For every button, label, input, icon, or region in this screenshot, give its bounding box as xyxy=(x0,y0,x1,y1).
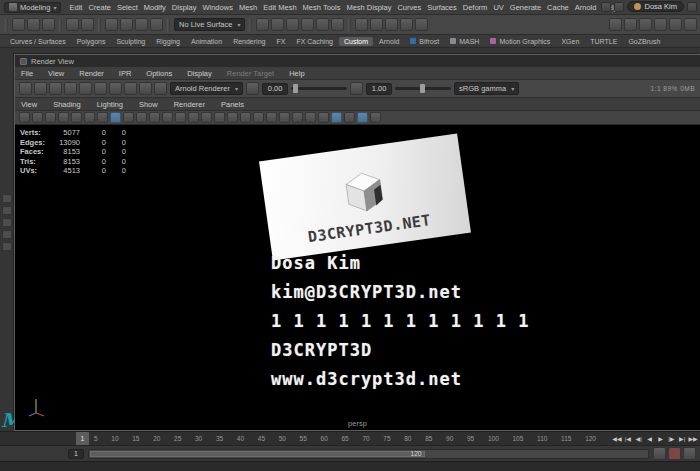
2d-pan-zoom-icon[interactable] xyxy=(84,112,95,123)
gamma-icon[interactable] xyxy=(350,82,363,95)
shelf-tab[interactable]: Arnold xyxy=(374,37,404,46)
resolution-gate-icon[interactable] xyxy=(136,112,147,123)
remove-image-icon[interactable] xyxy=(49,82,62,95)
render-settings-icon[interactable] xyxy=(154,82,167,95)
status-line-separator[interactable] xyxy=(5,18,8,32)
menu-item[interactable]: Create xyxy=(88,3,111,12)
menu-item[interactable]: Modify xyxy=(144,3,166,12)
panel-menu-item[interactable]: Shading xyxy=(53,100,81,109)
grid-icon[interactable] xyxy=(110,112,121,123)
ambient-occlusion-icon[interactable] xyxy=(253,112,264,123)
workspace-icon[interactable] xyxy=(601,2,611,12)
panel-menu-item[interactable]: Renderer xyxy=(174,100,205,109)
select-by-component-icon[interactable] xyxy=(135,18,148,31)
save-scene-icon[interactable] xyxy=(42,18,55,31)
render-view-menu-item[interactable]: Options xyxy=(146,69,172,78)
open-render-view-icon[interactable] xyxy=(370,18,383,31)
snapshot-icon[interactable] xyxy=(94,82,107,95)
step-back-key-button[interactable]: |◀ xyxy=(623,435,633,442)
default-material-icon[interactable] xyxy=(344,112,355,123)
step-forward-frame-button[interactable]: |▶ xyxy=(666,435,676,442)
snap-to-view-plane-icon[interactable] xyxy=(316,18,329,31)
render-view-menu-item[interactable]: View xyxy=(48,69,64,78)
render-settings-icon[interactable] xyxy=(415,18,428,31)
menu-item[interactable]: Edit Mesh xyxy=(263,3,296,12)
safe-title-icon[interactable] xyxy=(188,112,199,123)
play-backwards-button[interactable]: ◀ xyxy=(645,435,655,442)
snap-to-point-icon[interactable] xyxy=(286,18,299,31)
image-plane-icon[interactable] xyxy=(71,112,82,123)
render-view-menu-item[interactable]: Display xyxy=(187,69,212,78)
ipr-render-icon[interactable] xyxy=(400,18,413,31)
safe-action-icon[interactable] xyxy=(175,112,186,123)
make-object-live-icon[interactable] xyxy=(331,18,344,31)
menu-item[interactable]: Mesh Display xyxy=(346,3,391,12)
time-slider-track[interactable]: 1 51015202530354045505560657075808590951… xyxy=(76,432,612,445)
tool-settings-icon[interactable] xyxy=(669,18,682,31)
select-by-hierarchy-icon[interactable] xyxy=(105,18,118,31)
shelf-tab[interactable]: Custom xyxy=(339,37,373,46)
notifications-icon[interactable] xyxy=(614,2,624,12)
status-line-separator[interactable] xyxy=(98,18,101,32)
menu-item[interactable]: Cache xyxy=(547,3,569,12)
menu-item[interactable]: UV xyxy=(493,3,503,12)
render-view-menu-item[interactable]: IPR xyxy=(119,69,132,78)
render-region-icon[interactable] xyxy=(79,82,92,95)
redo-previous-render-icon[interactable] xyxy=(64,82,77,95)
two-pane-layout-icon[interactable] xyxy=(2,206,12,215)
menu-item[interactable]: Mesh Tools xyxy=(303,3,341,12)
settings-icon[interactable] xyxy=(687,2,697,12)
film-gate-icon[interactable] xyxy=(123,112,134,123)
auto-keyframe-icon[interactable] xyxy=(668,447,681,460)
status-line-separator[interactable] xyxy=(167,18,170,32)
shelf-tab[interactable]: TURTLE xyxy=(585,37,622,46)
camera-attributes-icon[interactable] xyxy=(45,112,56,123)
construction-history-icon[interactable] xyxy=(355,18,368,31)
shelf-tab[interactable]: Rigging xyxy=(151,37,185,46)
refresh-ipr-icon[interactable] xyxy=(139,82,152,95)
render-view-menu-item[interactable]: Render Target xyxy=(227,69,274,78)
menu-mode-selector[interactable]: Modeling ▾ xyxy=(4,2,61,13)
select-by-object-icon[interactable] xyxy=(120,18,133,31)
shelf-tab[interactable]: MASH xyxy=(445,37,484,46)
animation-preferences-icon[interactable] xyxy=(683,447,696,460)
live-surface-dropdown[interactable]: No Live Surface ▾ xyxy=(174,18,245,31)
depth-of-field-icon[interactable] xyxy=(292,112,303,123)
shelf-tab[interactable]: Polygons xyxy=(72,37,111,46)
bookmark-icon[interactable] xyxy=(58,112,69,123)
three-pane-layout-icon[interactable] xyxy=(2,218,12,227)
shelf-tab[interactable]: Motion Graphics xyxy=(485,37,555,46)
pause-ipr-icon[interactable] xyxy=(124,82,137,95)
render-view-menu-item[interactable]: File xyxy=(21,69,33,78)
status-line-separator[interactable] xyxy=(249,18,252,32)
menu-item[interactable]: Edit xyxy=(69,3,82,12)
go-to-start-button[interactable]: ◀◀ xyxy=(612,435,622,442)
step-back-frame-button[interactable]: ◀| xyxy=(634,435,644,442)
renderer-dropdown[interactable]: Arnold Renderer ▾ xyxy=(170,82,243,95)
open-image-icon[interactable] xyxy=(19,82,32,95)
wireframe-on-shaded-icon[interactable] xyxy=(331,112,342,123)
exposure-slider[interactable] xyxy=(291,87,347,90)
modeling-toolkit-icon[interactable] xyxy=(624,18,637,31)
menu-item[interactable]: Surfaces xyxy=(427,3,457,12)
four-pane-layout-icon[interactable] xyxy=(2,230,12,239)
snap-to-projected-center-icon[interactable] xyxy=(301,18,314,31)
select-camera-icon[interactable] xyxy=(19,112,30,123)
outliner-persp-layout-icon[interactable] xyxy=(2,242,12,251)
panel-menu-item[interactable]: View xyxy=(21,100,37,109)
colorspace-dropdown[interactable]: sRGB gamma ▾ xyxy=(454,82,519,95)
step-forward-key-button[interactable]: ▶| xyxy=(677,435,687,442)
new-scene-icon[interactable] xyxy=(12,18,25,31)
shelf-tab[interactable]: XGen xyxy=(556,37,584,46)
redo-icon[interactable] xyxy=(81,18,94,31)
playback-range-handle[interactable]: 120 xyxy=(90,451,425,457)
menu-item[interactable]: Mesh xyxy=(239,3,257,12)
menu-item[interactable]: Generate xyxy=(510,3,541,12)
ipr-render-icon[interactable] xyxy=(109,82,122,95)
gate-mask-icon[interactable] xyxy=(149,112,160,123)
isolate-select-icon[interactable] xyxy=(305,112,316,123)
viewport[interactable]: Verts: 5077 0 0 Edges: 13090 0 0 Faces: … xyxy=(15,125,700,430)
range-slider-track[interactable]: 120 xyxy=(88,449,649,459)
exposure-icon[interactable] xyxy=(246,82,259,95)
frame-selection-icon[interactable] xyxy=(214,112,225,123)
